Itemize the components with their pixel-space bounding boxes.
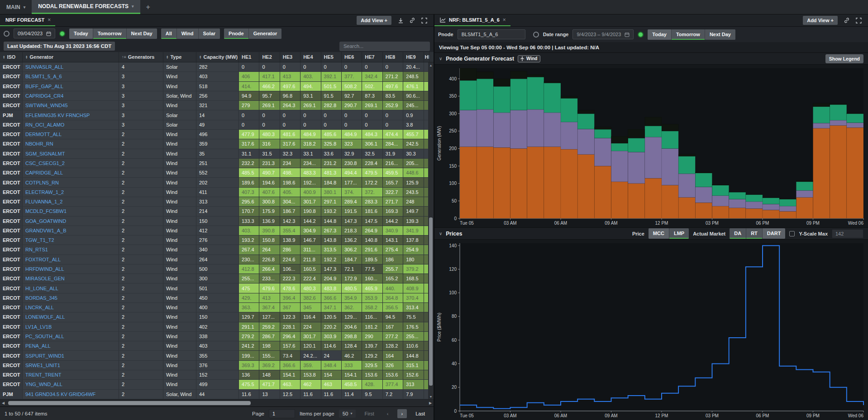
column-header-he7[interactable]: HE7	[362, 52, 382, 62]
vertical-scrollbar[interactable]: ▲ ▼	[428, 62, 434, 399]
generator-link[interactable]: FOXTROT_ALL	[25, 257, 61, 262]
generator-link[interactable]: 941 GRND34.5 KV GRIDG4WF	[25, 392, 95, 397]
cell-generator[interactable]: PC_SOUTH_ALL	[23, 332, 119, 341]
cell-generator[interactable]: FOXTROT_ALL	[23, 255, 119, 264]
table-row[interactable]: ERCOTDERMOTT_ALL2Wind496477.9480.3481.64…	[0, 130, 434, 139]
cell-generator[interactable]: SSPURT_WIND1	[23, 351, 119, 360]
cell-generator[interactable]: BLSMT1_5_A_6	[23, 72, 119, 81]
table-row[interactable]: ERCOTRN_OCI_ALAMO3Solar49000000003.8	[0, 120, 434, 130]
segment-tomorrow[interactable]: Tomorrow	[672, 29, 705, 40]
cell-generator[interactable]: FLUVANNA_1_2	[23, 197, 119, 206]
workspace-tab-nodal-renewable-forecasts[interactable]: NODAL RENEWABLE FORECASTS ▾	[32, 0, 140, 14]
table-row[interactable]: ERCOTMCDLD_FCSBW12Wind214170.7175.9186.7…	[0, 207, 434, 216]
workspace-tab-main[interactable]: MAIN ▾	[0, 0, 32, 14]
table-row[interactable]: ERCOTSUNVASLR_ALL4Solar2820000000020.4..…	[0, 62, 434, 72]
table-row[interactable]: ERCOTTRENT_TRENT2Wind152136148154.1153.8…	[0, 370, 434, 380]
cell-generator[interactable]: COTPLNS_RN	[23, 178, 119, 187]
scroll-left-icon[interactable]: ◀	[0, 401, 6, 405]
table-row[interactable]: ERCOTGRANDVW1_A_B2Wind412403.390.8355.43…	[0, 226, 434, 236]
cell-generator[interactable]: CAPRIDG4_CR4	[23, 91, 119, 100]
scroll-down-icon[interactable]: ▼	[429, 394, 433, 399]
column-header-he3[interactable]: HE3	[280, 52, 300, 62]
column-header-he2[interactable]: HE2	[259, 52, 280, 62]
generator-link[interactable]: BLSMT1_5_A_6	[25, 74, 62, 79]
yscale-checkbox[interactable]	[789, 231, 795, 236]
add-workspace-tab-button[interactable]: +	[140, 0, 156, 14]
segment-mcc[interactable]: MCC	[649, 228, 669, 239]
horizontal-scrollbar[interactable]: ◀ ▶	[0, 399, 434, 406]
cell-generator[interactable]: HI_LONE_ALL	[23, 283, 119, 293]
column-header-iso[interactable]: ▲▼ISO	[0, 52, 23, 62]
column-header-he9[interactable]: HE9	[403, 52, 424, 62]
segment-today[interactable]: Today	[69, 28, 93, 39]
generator-link[interactable]: RN_RTS1	[25, 247, 48, 252]
add-view-button[interactable]: Add View +	[803, 16, 838, 25]
last-page-button[interactable]: Last	[411, 409, 429, 418]
column-header-he1[interactable]: HE1	[239, 52, 259, 62]
generator-link[interactable]: CAPRIDGE_ALL	[25, 170, 63, 175]
table-row[interactable]: ERCOTLONEWOLF_ALL2Wind150129.7127...122.…	[0, 312, 434, 322]
link-icon[interactable]	[842, 16, 852, 25]
generator-link[interactable]: SWTWN4_WND45	[25, 103, 68, 108]
table-row[interactable]: ERCOTPC_SOUTH_ALL2Wind338279.2286.7296.4…	[0, 332, 434, 341]
generator-link[interactable]: COTPLNS_RN	[25, 180, 59, 185]
cell-generator[interactable]: HRFDWIND_ALL	[23, 264, 119, 274]
generator-link[interactable]: MCDLD_FCSBW1	[25, 208, 67, 214]
cell-generator[interactable]: RN_OCI_ALAMO	[23, 120, 119, 129]
generator-link[interactable]: SGM_SIGNALMT	[25, 151, 65, 156]
items-per-page-select[interactable]: 50 ▾	[339, 410, 356, 418]
horizontal-scrollbar-thumb[interactable]	[8, 401, 251, 405]
table-row[interactable]: PJM941 GRND34.5 KV GRIDG4WF2Solar, Wind4…	[0, 390, 434, 399]
table-row[interactable]: ERCOTCSC_CSECG1_22Wind251232.2231.323423…	[0, 159, 434, 168]
cell-generator[interactable]: PENA_ALL	[23, 341, 119, 350]
generator-link[interactable]: LV1A_LV1B	[25, 324, 52, 330]
table-row[interactable]: ERCOTFOXTROT_ALL2Wind264230...226.8224.6…	[0, 255, 434, 264]
tab-nrf-blsmt1[interactable]: NRF: BLSMT1_5_A_6 ×	[434, 14, 510, 26]
table-row[interactable]: ERCOTSGM_SIGNALMT2Wind3531.131.532.333.1…	[0, 149, 434, 159]
table-row[interactable]: ERCOTLV1A_LV1B2Wind402291.1259.2228.1224…	[0, 322, 434, 332]
segment-wind[interactable]: Wind	[177, 28, 198, 39]
column-header-type[interactable]: ▲▼Type	[163, 52, 196, 62]
cell-generator[interactable]: SWTWN4_WND45	[23, 101, 119, 110]
table-row[interactable]: ERCOTLNCRK_ALL2Wind400363.367.4367345347…	[0, 303, 434, 312]
cell-generator[interactable]: SGM_SIGNALMT	[23, 149, 119, 158]
next-page-button[interactable]: ›	[397, 409, 407, 418]
generator-link[interactable]: BUFF_GAP_ALL	[25, 84, 63, 89]
cell-generator[interactable]: ELECTRAW_1_2	[23, 188, 119, 197]
expand-icon[interactable]	[854, 16, 863, 25]
generator-link[interactable]: SRWE1_UNIT1	[25, 363, 60, 368]
segment-dart[interactable]: DART	[763, 228, 786, 239]
column-header-he4[interactable]: HE4	[300, 52, 321, 62]
column-header-he6[interactable]: HE6	[342, 52, 362, 62]
cell-generator[interactable]: CAPRIDGE_ALL	[23, 168, 119, 177]
table-row[interactable]: ERCOTBUFF_GAP_ALL3Wind518414.466.2497.64…	[0, 82, 434, 91]
table-row[interactable]: ERCOTCOTPLNS_RN2Wind202189.6194.6198.619…	[0, 178, 434, 187]
generator-link[interactable]: GOA_GOATWIND	[25, 218, 66, 224]
table-row[interactable]: ERCOTBLSMT1_5_A_63Wind403406417.1413403.…	[0, 72, 434, 81]
expand-icon[interactable]	[419, 16, 429, 25]
generator-link[interactable]: LONEWOLF_ALL	[25, 314, 65, 320]
show-legend-button[interactable]: Show Legend	[825, 54, 863, 63]
segment-lmp[interactable]: LMP	[669, 228, 689, 239]
generator-link[interactable]: HI_LONE_ALL	[25, 286, 58, 291]
close-icon[interactable]: ×	[48, 17, 51, 23]
cell-generator[interactable]: MCDLD_FCSBW1	[23, 207, 119, 216]
page-input[interactable]	[269, 409, 295, 418]
cell-generator[interactable]: TRENT_TRENT	[23, 370, 119, 379]
cell-generator[interactable]: YNG_WND_ALL	[23, 380, 119, 389]
generator-link[interactable]: LNCRK_ALL	[25, 305, 54, 310]
generator-link[interactable]: EFLEMING35 KV FRNCHSP	[25, 113, 90, 118]
prev-page-button[interactable]: ‹	[383, 409, 393, 418]
generator-link[interactable]: SUNVASLR_ALL	[25, 64, 63, 70]
vertical-scrollbar-thumb[interactable]	[429, 217, 433, 386]
column-header-generator[interactable]: ▲▼Generator	[23, 52, 119, 62]
segment-next-day[interactable]: Next Day	[705, 29, 735, 40]
table-row[interactable]: ERCOTBORDAS_3452Wind450429.413396.4382.6…	[0, 293, 434, 303]
cell-generator[interactable]: CSC_CSECG1_2	[23, 159, 119, 168]
generator-link[interactable]: BORDAS_345	[25, 295, 57, 301]
segment-solar[interactable]: Solar	[199, 28, 220, 39]
cell-generator[interactable]: GRANDVW1_A_B	[23, 226, 119, 235]
column-header-he5[interactable]: HE5	[321, 52, 342, 62]
column-header-capacity[interactable]: ▲▼Capacity (MW)	[196, 52, 239, 62]
table-row[interactable]: ERCOTSRWE1_UNIT12Wind376369.3369.2366.63…	[0, 361, 434, 370]
